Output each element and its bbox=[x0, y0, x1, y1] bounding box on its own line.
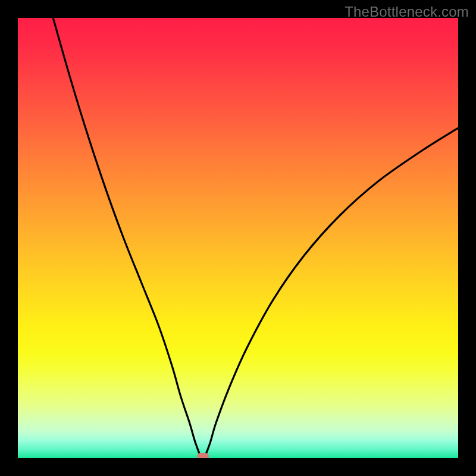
watermark-text: TheBottleneck.com bbox=[345, 4, 469, 20]
curve-path bbox=[53, 18, 458, 458]
chart-outer-frame: TheBottleneck.com bbox=[0, 0, 476, 476]
optimal-point-marker bbox=[197, 453, 209, 458]
bottleneck-curve bbox=[18, 18, 458, 458]
plot-area bbox=[18, 18, 458, 458]
